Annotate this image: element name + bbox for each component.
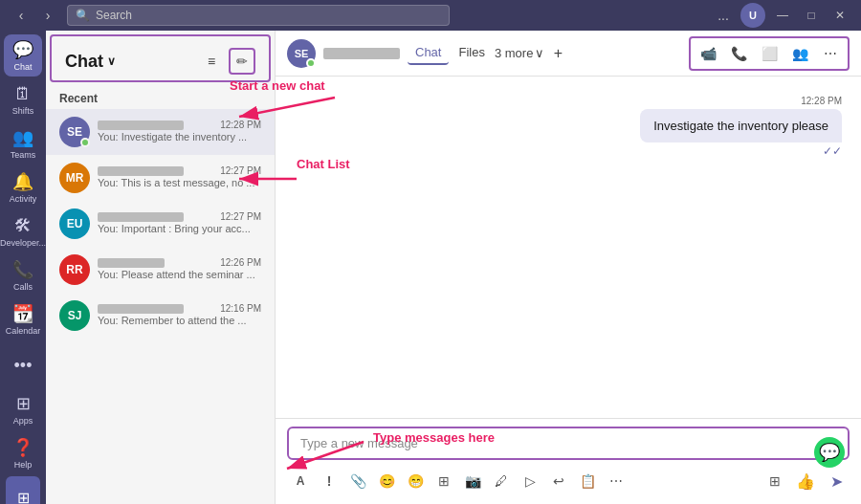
sidebar-item-chat[interactable]: 💬 Chat <box>4 34 42 77</box>
shifts-icon: 🗓 <box>14 84 32 104</box>
chat-preview-eu: You: Important : Bring your acc... <box>98 223 261 234</box>
developer-icon: 🛠 <box>14 216 32 236</box>
sidebar-item-help[interactable]: ❓ Help <box>4 432 42 474</box>
content-area: SE Chat Files 3 more ∨ + 📹 📞 ⬜ <box>276 31 861 504</box>
sidebar: 💬 Chat 🗓 Shifts 👥 Teams 🔔 Activity 🛠 Dev… <box>0 31 46 504</box>
main-area: 💬 Chat 🗓 Shifts 👥 Teams 🔔 Activity 🛠 Dev… <box>0 31 861 504</box>
chat-item-sj[interactable]: SJ 12:16 PM You: Remember to attend the … <box>46 293 275 339</box>
chat-name-rr <box>98 254 165 269</box>
message-input[interactable]: Type a new message <box>287 427 850 460</box>
format-text-button[interactable]: A <box>287 468 314 494</box>
emoji-button[interactable]: 😊 <box>373 468 400 494</box>
chat-item-mr[interactable]: MR 12:27 PM You: This is a test message,… <box>46 155 275 201</box>
send-button[interactable]: ➤ <box>823 468 850 494</box>
sidebar-item-shifts[interactable]: 🗓 Shifts <box>4 78 42 121</box>
chat-preview-mr: You: This is a test message, no ... <box>98 177 261 188</box>
toolbar-more-button[interactable]: ⋯ <box>603 468 629 494</box>
chat-name-row-se: 12:28 PM <box>98 117 261 131</box>
sidebar-item-home[interactable]: ⊞ <box>6 476 40 504</box>
sidebar-label-shifts: Shifts <box>12 106 34 116</box>
clipboard-button[interactable]: 📋 <box>574 468 601 494</box>
sidebar-item-developer[interactable]: 🛠 Developer... <box>4 210 42 252</box>
nav-buttons: ‹ › <box>10 4 59 27</box>
maximize-button[interactable]: □ <box>800 4 823 27</box>
sidebar-label-chat: Chat <box>13 62 32 72</box>
input-placeholder: Type a new message <box>300 436 418 450</box>
content-status-dot <box>306 58 316 68</box>
tab-more[interactable]: 3 more ∨ <box>495 46 544 60</box>
home-icon: ⊞ <box>17 489 30 505</box>
video-call-button[interactable]: 📹 <box>695 40 721 67</box>
add-tab-button[interactable]: + <box>546 42 569 65</box>
close-button[interactable]: ✕ <box>828 4 851 27</box>
minimize-button[interactable]: — <box>771 4 794 27</box>
back-button[interactable]: ‹ <box>10 4 33 27</box>
attach-button[interactable]: 📎 <box>344 468 371 494</box>
sidebar-label-apps: Apps <box>13 416 33 426</box>
gif-button[interactable]: 😁 <box>402 468 429 494</box>
titlebar-right: ... U — □ ✕ <box>712 3 851 28</box>
important-button[interactable]: ! <box>316 468 342 494</box>
chat-name-mr <box>98 163 184 177</box>
panel-actions: ≡ ✏ <box>198 48 255 75</box>
image-button[interactable]: 📷 <box>459 468 486 494</box>
sidebar-item-activity[interactable]: 🔔 Activity <box>4 166 42 208</box>
input-area: Type a new message A ! 📎 😊 😁 ⊞ 📷 🖊 ▷ ↩ 📋… <box>276 418 861 504</box>
meet-button[interactable]: ▷ <box>517 468 543 494</box>
titlebar-left: ‹ › 🔍 Search <box>10 4 450 27</box>
more-dots-icon: ••• <box>14 356 33 376</box>
chat-time-se: 12:28 PM <box>220 120 261 130</box>
chat-name-row-sj: 12:16 PM <box>98 300 261 315</box>
chat-name-se <box>98 117 184 131</box>
draw-button[interactable]: 🖊 <box>488 468 515 494</box>
schedule-send-button[interactable]: ⊞ <box>762 468 788 494</box>
chat-preview-sj: You: Remember to attend the ... <box>98 315 261 326</box>
avatar-rr: RR <box>59 254 90 285</box>
message-text: Investigate the inventory please <box>640 109 842 142</box>
toolbar-row: A ! 📎 😊 😁 ⊞ 📷 🖊 ▷ ↩ 📋 ⋯ ⊞ 👍 ➤ <box>287 466 850 496</box>
add-people-button[interactable]: 👥 <box>786 40 813 67</box>
header-tabs: Chat Files 3 more ∨ + <box>408 41 569 65</box>
sticker-button[interactable]: ⊞ <box>430 468 457 494</box>
more-actions-button[interactable]: ⋯ <box>817 40 844 67</box>
panel-title-text: Chat <box>65 52 103 72</box>
panel-header: Chat ∨ ≡ ✏ <box>50 34 271 82</box>
sidebar-label-calls: Calls <box>13 282 33 292</box>
sidebar-item-more-dots[interactable]: ••• <box>4 344 42 386</box>
content-header: SE Chat Files 3 more ∨ + 📹 📞 ⬜ <box>276 31 861 77</box>
chat-item-eu[interactable]: EU 12:27 PM You: Important : Bring your … <box>46 201 275 247</box>
chat-time-sj: 12:16 PM <box>220 303 261 314</box>
sidebar-item-apps[interactable]: ⊞ Apps <box>4 388 42 430</box>
tab-files[interactable]: Files <box>451 41 492 65</box>
toolbar-right: ⊞ 👍 ➤ <box>762 468 850 494</box>
avatar-sj: SJ <box>59 300 90 331</box>
filter-button[interactable]: ≡ <box>198 48 225 75</box>
chat-preview-rr: You: Please attend the seminar ... <box>98 269 261 280</box>
sidebar-label-activity: Activity <box>10 194 37 204</box>
chat-name-eu <box>98 208 184 223</box>
avatar-mr: MR <box>59 163 90 193</box>
audio-call-button[interactable]: 📞 <box>725 40 752 67</box>
like-button[interactable]: 👍 <box>792 468 819 494</box>
search-bar[interactable]: 🔍 Search <box>67 5 450 26</box>
user-avatar[interactable]: U <box>740 3 765 28</box>
forward-button[interactable]: › <box>36 4 59 27</box>
chevron-down-icon: ∨ <box>535 46 544 60</box>
sidebar-item-teams[interactable]: 👥 Teams <box>4 122 42 164</box>
chat-name-sj <box>98 300 184 315</box>
screen-share-button[interactable]: ⬜ <box>756 40 783 67</box>
message-bubble: 12:28 PM Investigate the inventory pleas… <box>640 96 842 158</box>
content-header-left: SE Chat Files 3 more ∨ + <box>287 39 569 68</box>
tab-chat[interactable]: Chat <box>408 41 449 65</box>
sidebar-item-calendar[interactable]: 📆 Calendar <box>4 298 42 340</box>
help-icon: ❓ <box>12 437 33 458</box>
chat-item-rr[interactable]: RR 12:26 PM You: Please attend the semin… <box>46 247 275 293</box>
avatar-eu: EU <box>59 208 90 239</box>
chevron-down-icon: ∨ <box>107 55 116 68</box>
chat-item-se[interactable]: SE 12:28 PM You: Investigate the invento… <box>46 109 275 155</box>
undo-button[interactable]: ↩ <box>545 468 572 494</box>
new-chat-button[interactable]: ✏ <box>229 48 255 75</box>
more-options-button[interactable]: ... <box>712 4 735 27</box>
chat-info-rr: 12:26 PM You: Please attend the seminar … <box>98 254 261 280</box>
sidebar-item-calls[interactable]: 📞 Calls <box>4 254 42 296</box>
